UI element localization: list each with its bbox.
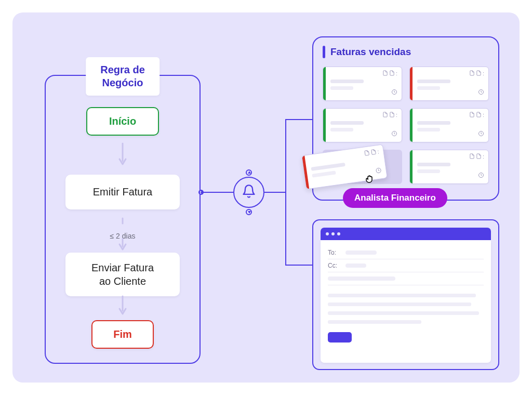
card-icons: : (469, 70, 484, 77)
card-status-stripe (323, 109, 326, 142)
document-icon (469, 70, 475, 77)
email-body-line (328, 311, 479, 315)
email-window: To: Cc: (312, 219, 499, 370)
role-badge: Analista Financeiro (343, 188, 447, 208)
document-icon (364, 150, 370, 157)
arrow-down-icon (116, 295, 129, 322)
document-icon (389, 70, 395, 77)
document-icon (382, 70, 388, 77)
email-body-line (328, 320, 421, 324)
window-dot-icon (326, 232, 329, 235)
window-chrome (321, 228, 491, 240)
card-icons: : (382, 70, 397, 77)
document-icon (370, 149, 377, 156)
email-subject-row[interactable] (328, 272, 484, 285)
email-body-line (328, 302, 471, 306)
document-icon (389, 112, 395, 118)
document-icon (476, 112, 482, 118)
workflow-node-start[interactable]: Início (86, 107, 159, 136)
connector-line (264, 192, 286, 193)
kanban-card[interactable]: : (323, 108, 402, 142)
kanban-card[interactable]: : (409, 67, 489, 101)
card-icons: : (364, 149, 380, 157)
document-icon (469, 153, 475, 160)
card-status-stripe (410, 150, 413, 183)
kanban-card[interactable]: : (409, 150, 489, 184)
diagram-canvas: Regra de Negócio Início Emitir Fatura ≤ … (12, 12, 520, 383)
kanban-title: Faturas vencidas (330, 46, 411, 58)
document-icon (469, 112, 475, 118)
arrow-down-icon (116, 142, 129, 169)
card-status-stripe (410, 67, 413, 100)
workflow-panel: Regra de Negócio Início Emitir Fatura ≤ … (45, 75, 201, 364)
connector-line (201, 192, 233, 193)
card-status-stripe (410, 109, 413, 142)
clock-icon (391, 88, 397, 97)
card-status-stripe (302, 155, 309, 189)
email-body-line (328, 294, 476, 297)
email-to-label: To: (328, 249, 340, 256)
notification-bell-node[interactable] (233, 177, 264, 208)
connector-arrow-up-icon (246, 169, 252, 176)
kanban-card[interactable]: : (323, 67, 402, 101)
document-icon (382, 112, 388, 118)
clock-icon (478, 88, 484, 97)
email-cc-row[interactable]: Cc: (328, 259, 484, 272)
card-icons: : (382, 112, 397, 118)
connector-line (286, 119, 312, 120)
kanban-accent-bar (323, 46, 325, 58)
email-cc-label: Cc: (328, 262, 340, 269)
email-body: To: Cc: (321, 240, 491, 363)
kanban-card[interactable]: : (409, 108, 489, 142)
clock-icon (478, 129, 484, 139)
workflow-title: Regra de Negócio (86, 57, 159, 96)
card-status-stripe (323, 67, 326, 100)
clock-icon (478, 171, 484, 180)
bell-icon (242, 184, 256, 201)
grab-cursor-icon (364, 173, 376, 187)
email-to-row[interactable]: To: (328, 246, 484, 259)
document-icon (476, 153, 482, 160)
connector-line (286, 265, 312, 266)
kanban-header: Faturas vencidas (323, 46, 489, 58)
email-send-button[interactable] (328, 332, 352, 343)
connector-line (285, 119, 286, 266)
card-icons: : (469, 153, 484, 160)
window-dot-icon (331, 232, 335, 235)
workflow-node-send-invoice[interactable]: Enviar Fatura ao Cliente (65, 253, 180, 296)
document-icon (476, 70, 482, 77)
workflow-node-emit-invoice[interactable]: Emitir Fatura (65, 175, 180, 209)
card-icons: : (469, 112, 484, 118)
connector-arrow-down-icon (246, 209, 252, 215)
clock-icon (391, 129, 397, 139)
window-dot-icon (337, 232, 340, 235)
workflow-node-end[interactable]: Fim (91, 320, 154, 349)
